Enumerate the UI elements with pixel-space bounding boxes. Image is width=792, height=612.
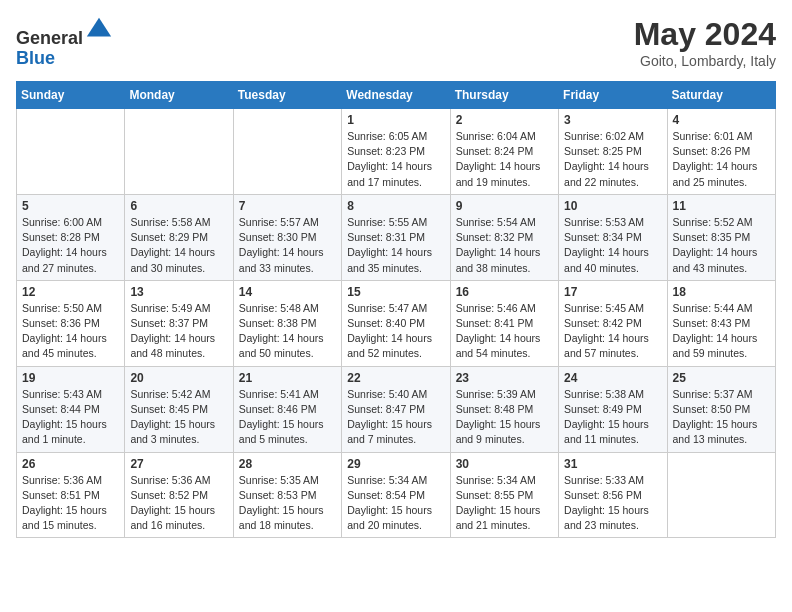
day-info: Sunrise: 5:40 AMSunset: 8:47 PMDaylight:…: [347, 387, 444, 448]
calendar-cell: 20Sunrise: 5:42 AMSunset: 8:45 PMDayligh…: [125, 366, 233, 452]
day-number: 31: [564, 457, 661, 471]
calendar-cell: 27Sunrise: 5:36 AMSunset: 8:52 PMDayligh…: [125, 452, 233, 538]
day-info: Sunrise: 5:37 AMSunset: 8:50 PMDaylight:…: [673, 387, 770, 448]
day-info: Sunrise: 5:36 AMSunset: 8:52 PMDaylight:…: [130, 473, 227, 534]
calendar-cell: [125, 109, 233, 195]
day-number: 12: [22, 285, 119, 299]
calendar-table: SundayMondayTuesdayWednesdayThursdayFrid…: [16, 81, 776, 538]
day-number: 28: [239, 457, 336, 471]
calendar-cell: 5Sunrise: 6:00 AMSunset: 8:28 PMDaylight…: [17, 194, 125, 280]
calendar-cell: 21Sunrise: 5:41 AMSunset: 8:46 PMDayligh…: [233, 366, 341, 452]
calendar-cell: 3Sunrise: 6:02 AMSunset: 8:25 PMDaylight…: [559, 109, 667, 195]
day-number: 2: [456, 113, 553, 127]
calendar-cell: 4Sunrise: 6:01 AMSunset: 8:26 PMDaylight…: [667, 109, 775, 195]
col-header-thursday: Thursday: [450, 82, 558, 109]
calendar-cell: 12Sunrise: 5:50 AMSunset: 8:36 PMDayligh…: [17, 280, 125, 366]
day-info: Sunrise: 6:05 AMSunset: 8:23 PMDaylight:…: [347, 129, 444, 190]
day-number: 6: [130, 199, 227, 213]
col-header-friday: Friday: [559, 82, 667, 109]
calendar-cell: 9Sunrise: 5:54 AMSunset: 8:32 PMDaylight…: [450, 194, 558, 280]
calendar-cell: 10Sunrise: 5:53 AMSunset: 8:34 PMDayligh…: [559, 194, 667, 280]
day-info: Sunrise: 5:55 AMSunset: 8:31 PMDaylight:…: [347, 215, 444, 276]
day-info: Sunrise: 5:50 AMSunset: 8:36 PMDaylight:…: [22, 301, 119, 362]
day-number: 15: [347, 285, 444, 299]
day-number: 19: [22, 371, 119, 385]
day-info: Sunrise: 5:47 AMSunset: 8:40 PMDaylight:…: [347, 301, 444, 362]
calendar-cell: 1Sunrise: 6:05 AMSunset: 8:23 PMDaylight…: [342, 109, 450, 195]
day-number: 30: [456, 457, 553, 471]
day-info: Sunrise: 5:42 AMSunset: 8:45 PMDaylight:…: [130, 387, 227, 448]
day-number: 10: [564, 199, 661, 213]
day-info: Sunrise: 6:04 AMSunset: 8:24 PMDaylight:…: [456, 129, 553, 190]
week-row-2: 5Sunrise: 6:00 AMSunset: 8:28 PMDaylight…: [17, 194, 776, 280]
col-header-monday: Monday: [125, 82, 233, 109]
logo-icon: [85, 16, 113, 44]
calendar-cell: 24Sunrise: 5:38 AMSunset: 8:49 PMDayligh…: [559, 366, 667, 452]
page-header: General Blue May 2024 Goito, Lombardy, I…: [16, 16, 776, 69]
logo: General Blue: [16, 16, 113, 69]
day-info: Sunrise: 5:34 AMSunset: 8:54 PMDaylight:…: [347, 473, 444, 534]
col-header-tuesday: Tuesday: [233, 82, 341, 109]
day-number: 18: [673, 285, 770, 299]
day-info: Sunrise: 5:54 AMSunset: 8:32 PMDaylight:…: [456, 215, 553, 276]
day-number: 26: [22, 457, 119, 471]
day-info: Sunrise: 5:43 AMSunset: 8:44 PMDaylight:…: [22, 387, 119, 448]
day-number: 27: [130, 457, 227, 471]
day-number: 4: [673, 113, 770, 127]
day-info: Sunrise: 6:00 AMSunset: 8:28 PMDaylight:…: [22, 215, 119, 276]
day-info: Sunrise: 5:35 AMSunset: 8:53 PMDaylight:…: [239, 473, 336, 534]
day-info: Sunrise: 5:58 AMSunset: 8:29 PMDaylight:…: [130, 215, 227, 276]
calendar-cell: 23Sunrise: 5:39 AMSunset: 8:48 PMDayligh…: [450, 366, 558, 452]
calendar-cell: 25Sunrise: 5:37 AMSunset: 8:50 PMDayligh…: [667, 366, 775, 452]
title-area: May 2024 Goito, Lombardy, Italy: [634, 16, 776, 69]
calendar-cell: 13Sunrise: 5:49 AMSunset: 8:37 PMDayligh…: [125, 280, 233, 366]
week-row-4: 19Sunrise: 5:43 AMSunset: 8:44 PMDayligh…: [17, 366, 776, 452]
logo-general: General: [16, 28, 83, 48]
column-headers: SundayMondayTuesdayWednesdayThursdayFrid…: [17, 82, 776, 109]
calendar-cell: 26Sunrise: 5:36 AMSunset: 8:51 PMDayligh…: [17, 452, 125, 538]
day-info: Sunrise: 5:34 AMSunset: 8:55 PMDaylight:…: [456, 473, 553, 534]
logo-blue: Blue: [16, 48, 55, 68]
calendar-cell: 7Sunrise: 5:57 AMSunset: 8:30 PMDaylight…: [233, 194, 341, 280]
calendar-cell: 19Sunrise: 5:43 AMSunset: 8:44 PMDayligh…: [17, 366, 125, 452]
day-number: 5: [22, 199, 119, 213]
calendar-cell: 31Sunrise: 5:33 AMSunset: 8:56 PMDayligh…: [559, 452, 667, 538]
calendar-cell: 15Sunrise: 5:47 AMSunset: 8:40 PMDayligh…: [342, 280, 450, 366]
day-number: 16: [456, 285, 553, 299]
calendar-cell: 29Sunrise: 5:34 AMSunset: 8:54 PMDayligh…: [342, 452, 450, 538]
week-row-5: 26Sunrise: 5:36 AMSunset: 8:51 PMDayligh…: [17, 452, 776, 538]
day-number: 24: [564, 371, 661, 385]
calendar-cell: 18Sunrise: 5:44 AMSunset: 8:43 PMDayligh…: [667, 280, 775, 366]
location-title: Goito, Lombardy, Italy: [634, 53, 776, 69]
day-info: Sunrise: 5:57 AMSunset: 8:30 PMDaylight:…: [239, 215, 336, 276]
day-info: Sunrise: 5:33 AMSunset: 8:56 PMDaylight:…: [564, 473, 661, 534]
day-info: Sunrise: 5:46 AMSunset: 8:41 PMDaylight:…: [456, 301, 553, 362]
day-number: 21: [239, 371, 336, 385]
calendar-cell: 30Sunrise: 5:34 AMSunset: 8:55 PMDayligh…: [450, 452, 558, 538]
calendar-cell: 22Sunrise: 5:40 AMSunset: 8:47 PMDayligh…: [342, 366, 450, 452]
day-number: 1: [347, 113, 444, 127]
day-number: 25: [673, 371, 770, 385]
day-info: Sunrise: 5:38 AMSunset: 8:49 PMDaylight:…: [564, 387, 661, 448]
day-info: Sunrise: 6:01 AMSunset: 8:26 PMDaylight:…: [673, 129, 770, 190]
calendar-cell: 14Sunrise: 5:48 AMSunset: 8:38 PMDayligh…: [233, 280, 341, 366]
day-number: 17: [564, 285, 661, 299]
calendar-cell: 16Sunrise: 5:46 AMSunset: 8:41 PMDayligh…: [450, 280, 558, 366]
calendar-cell: [17, 109, 125, 195]
day-number: 22: [347, 371, 444, 385]
week-row-1: 1Sunrise: 6:05 AMSunset: 8:23 PMDaylight…: [17, 109, 776, 195]
day-number: 29: [347, 457, 444, 471]
day-number: 7: [239, 199, 336, 213]
calendar-cell: [667, 452, 775, 538]
week-row-3: 12Sunrise: 5:50 AMSunset: 8:36 PMDayligh…: [17, 280, 776, 366]
day-number: 23: [456, 371, 553, 385]
calendar-cell: 17Sunrise: 5:45 AMSunset: 8:42 PMDayligh…: [559, 280, 667, 366]
day-number: 20: [130, 371, 227, 385]
calendar-cell: 28Sunrise: 5:35 AMSunset: 8:53 PMDayligh…: [233, 452, 341, 538]
day-number: 14: [239, 285, 336, 299]
day-info: Sunrise: 5:52 AMSunset: 8:35 PMDaylight:…: [673, 215, 770, 276]
month-title: May 2024: [634, 16, 776, 53]
calendar-cell: 11Sunrise: 5:52 AMSunset: 8:35 PMDayligh…: [667, 194, 775, 280]
svg-marker-0: [87, 18, 111, 37]
day-info: Sunrise: 5:49 AMSunset: 8:37 PMDaylight:…: [130, 301, 227, 362]
